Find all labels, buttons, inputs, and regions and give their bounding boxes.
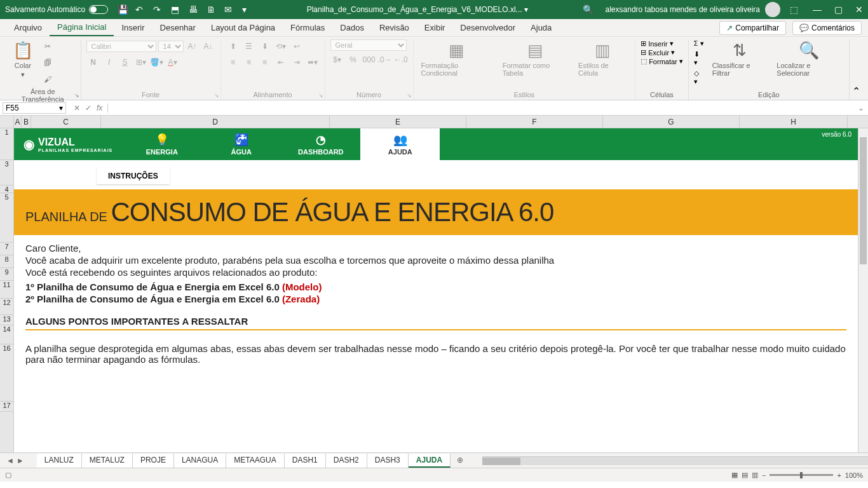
- sheet-content[interactable]: ◉ VIZUALPLANILHAS EMPRESARIAIS 💡ENERGIA …: [14, 128, 858, 452]
- sheet-tab-dash1[interactable]: DASH1: [285, 454, 326, 468]
- email-icon[interactable]: ✉: [224, 4, 234, 15]
- sheet-tab-metaagua[interactable]: METAAGUA: [226, 454, 284, 468]
- search-icon[interactable]: 🔍: [583, 4, 593, 15]
- fill-icon[interactable]: ⬇ ▾: [694, 50, 705, 67]
- normal-view-icon[interactable]: ▦: [731, 471, 738, 479]
- undo-icon[interactable]: ↶: [135, 4, 146, 15]
- tab-formulas[interactable]: Fórmulas: [283, 20, 332, 36]
- tab-revisao[interactable]: Revisão: [372, 20, 417, 36]
- record-macro-icon[interactable]: ▢: [5, 471, 11, 479]
- col-header[interactable]: A: [14, 116, 22, 128]
- tab-arquivo[interactable]: Arquivo: [6, 20, 50, 36]
- new-icon[interactable]: 🗎: [207, 4, 217, 15]
- launcher-icon[interactable]: ↘: [214, 92, 219, 98]
- orientation-icon[interactable]: ⟲▾: [274, 39, 288, 53]
- tab-pagina-inicial[interactable]: Página Inicial: [50, 19, 114, 36]
- scrollbar-thumb[interactable]: [860, 137, 867, 264]
- indent-inc-icon[interactable]: ⇥: [290, 55, 304, 69]
- row-header[interactable]: 16: [0, 344, 13, 402]
- tab-layout[interactable]: Layout da Página: [203, 20, 283, 36]
- align-right-icon[interactable]: ≡: [258, 55, 272, 69]
- sheet-tab-dash3[interactable]: DASH3: [367, 454, 409, 468]
- new-sheet-icon[interactable]: ⊕: [451, 454, 470, 468]
- save-icon[interactable]: 💾: [118, 4, 128, 15]
- page-break-icon[interactable]: ▥: [752, 471, 758, 479]
- conditional-format-button[interactable]: ▦Formatação Condicional: [419, 39, 495, 78]
- row-header[interactable]: 8: [0, 255, 13, 268]
- currency-icon[interactable]: $▾: [330, 53, 344, 67]
- copy-icon[interactable]: 🗐: [41, 56, 55, 70]
- row-header[interactable]: 9: [0, 268, 13, 281]
- row-header[interactable]: 12: [0, 299, 13, 315]
- row-header[interactable]: 3: [0, 160, 13, 186]
- col-header[interactable]: B: [22, 116, 31, 128]
- font-color-icon[interactable]: A▾: [166, 55, 180, 69]
- zoom-label[interactable]: 100%: [845, 471, 863, 479]
- number-format-select[interactable]: Geral: [330, 39, 407, 51]
- bold-button[interactable]: N: [86, 55, 100, 69]
- format-table-button[interactable]: ▤Formatar como Tabela: [500, 39, 571, 78]
- nav-dashboard[interactable]: ◔DASHBOARD: [281, 128, 360, 160]
- launcher-icon[interactable]: ↘: [318, 92, 323, 98]
- cell-styles-button[interactable]: ▥Estilos de Célula: [576, 39, 630, 78]
- underline-button[interactable]: S: [118, 55, 132, 69]
- redo-icon[interactable]: ↷: [153, 4, 163, 15]
- fx-icon[interactable]: fx: [97, 104, 102, 112]
- row-header[interactable]: 7: [0, 243, 13, 255]
- row-header[interactable]: 5: [0, 193, 13, 243]
- tab-nav-next-icon[interactable]: ►: [17, 456, 24, 465]
- instructions-tab[interactable]: INSTRUÇÕES: [97, 168, 170, 184]
- row-header[interactable]: 14: [0, 325, 13, 344]
- launcher-icon[interactable]: ↘: [407, 92, 412, 98]
- format-button[interactable]: ⬚ Formatar ▾: [641, 57, 683, 65]
- page-layout-icon[interactable]: ▤: [742, 471, 748, 479]
- scrollbar-thumb[interactable]: [482, 458, 520, 465]
- dropdown-icon[interactable]: ▾: [242, 4, 252, 15]
- collapse-ribbon-icon[interactable]: ⌃: [850, 83, 863, 100]
- tab-dados[interactable]: Dados: [332, 20, 372, 36]
- zoom-in-icon[interactable]: +: [837, 471, 841, 479]
- format-painter-icon[interactable]: 🖌: [41, 72, 55, 86]
- indent-dec-icon[interactable]: ⇤: [274, 55, 288, 69]
- comma-icon[interactable]: 000: [362, 53, 376, 67]
- tab-desenhar[interactable]: Desenhar: [153, 20, 203, 36]
- autosave-toggle[interactable]: Salvamento Automático: [5, 5, 108, 14]
- find-select-button[interactable]: 🔍Localizar e Selecionar: [774, 39, 844, 78]
- col-header[interactable]: E: [330, 116, 466, 128]
- share-button[interactable]: ↗Compartilhar: [719, 21, 786, 35]
- sheet-tab-lanagua[interactable]: LANAGUA: [174, 454, 226, 468]
- tab-inserir[interactable]: Inserir: [114, 20, 152, 36]
- sheet-tab-proje[interactable]: PROJE: [133, 454, 174, 468]
- sheet-tab-dash2[interactable]: DASH2: [326, 454, 367, 468]
- inc-decimal-icon[interactable]: .0→: [378, 53, 392, 67]
- italic-button[interactable]: I: [102, 55, 116, 69]
- launcher-icon[interactable]: ↘: [74, 92, 79, 98]
- delete-button[interactable]: ⊟ Excluir ▾: [641, 48, 675, 57]
- align-center-icon[interactable]: ≡: [242, 55, 256, 69]
- sort-filter-button[interactable]: ⇅Classificar e Filtrar: [710, 39, 770, 78]
- increase-font-icon[interactable]: A↑: [186, 39, 200, 53]
- zoom-out-icon[interactable]: −: [762, 471, 766, 479]
- sheet-tab-lanluz[interactable]: LANLUZ: [37, 454, 82, 468]
- cancel-icon[interactable]: ✕: [74, 104, 80, 112]
- row-header[interactable]: 1: [0, 128, 13, 160]
- col-header[interactable]: H: [740, 116, 848, 128]
- name-box[interactable]: F55▾: [3, 102, 66, 114]
- nav-ajuda[interactable]: 👥AJUDA: [360, 128, 440, 160]
- align-left-icon[interactable]: ≡: [226, 55, 240, 69]
- fill-color-icon[interactable]: 🪣▾: [150, 55, 164, 69]
- align-top-icon[interactable]: ⬆: [226, 39, 240, 53]
- expand-formula-icon[interactable]: ⌄: [854, 104, 868, 112]
- row-header[interactable]: 11: [0, 281, 13, 299]
- tab-desenvolvedor[interactable]: Desenvolvedor: [452, 20, 523, 36]
- row-header[interactable]: 13: [0, 315, 13, 325]
- vertical-scrollbar[interactable]: [858, 128, 868, 452]
- dec-decimal-icon[interactable]: ←.0: [394, 53, 408, 67]
- maximize-button[interactable]: ▢: [834, 4, 843, 15]
- decrease-font-icon[interactable]: A↓: [201, 39, 215, 53]
- print-icon[interactable]: 🖶: [189, 4, 199, 15]
- font-name-select[interactable]: Calibri: [86, 41, 156, 52]
- col-header[interactable]: F: [466, 116, 603, 128]
- autosum-icon[interactable]: Σ ▾: [694, 39, 705, 48]
- enter-icon[interactable]: ✓: [85, 104, 92, 112]
